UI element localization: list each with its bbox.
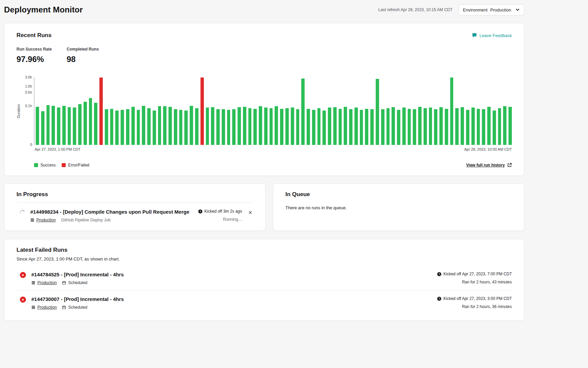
chart-bar[interactable] [418,107,422,145]
environment-dropdown[interactable]: Environment Production [459,4,524,16]
chart-bar[interactable] [232,109,236,145]
chart-bar[interactable] [121,110,124,145]
chart-bar[interactable] [36,107,39,145]
chart-bar[interactable] [248,108,252,145]
chart-bar[interactable] [264,108,268,145]
chart-bar[interactable] [482,109,485,145]
chart-bar[interactable] [285,108,289,145]
chart-bar[interactable] [322,111,326,145]
chart-bar[interactable] [259,106,262,145]
chart-bar[interactable] [349,109,352,145]
chart-bar[interactable] [461,107,464,145]
chart-bar[interactable] [99,78,103,145]
chart-bar[interactable] [275,106,278,145]
chart-bar[interactable] [381,109,384,145]
chart-bar[interactable] [434,109,437,145]
chart-bar[interactable] [115,111,119,145]
chart-bar[interactable] [195,108,198,145]
chart-bar[interactable] [301,79,305,145]
chart-bar[interactable] [508,107,512,145]
chart-bar[interactable] [47,105,50,145]
chart-bar[interactable] [408,109,411,145]
chart-bar[interactable] [370,109,374,145]
chart-bar[interactable] [445,109,448,145]
chart-bar[interactable] [222,109,225,145]
production-link[interactable]: Production [37,280,57,285]
chart-bar[interactable] [78,104,82,145]
chart-bar[interactable] [142,106,145,145]
chart-bar[interactable] [397,110,400,145]
chart-bar[interactable] [238,107,241,145]
chart-bar[interactable] [57,108,60,145]
chart-bar[interactable] [392,107,395,145]
chart-bar[interactable] [131,107,135,145]
chart-bar[interactable] [455,108,459,145]
cancel-run-button[interactable]: ✕ [247,209,253,216]
chart-bar[interactable] [52,106,55,145]
chart-bar[interactable] [147,108,151,145]
chart-bar[interactable] [137,110,140,145]
chart-bar[interactable] [402,108,406,145]
external-link-icon [507,163,512,167]
chart-bar[interactable] [41,111,44,145]
chart-bar[interactable] [253,109,257,145]
chart-bar[interactable] [317,108,321,145]
chart-bar[interactable] [158,106,161,145]
chart-bar[interactable] [439,107,443,145]
chart-bar[interactable] [328,108,331,145]
chart-bar[interactable] [280,109,283,145]
chart-bar[interactable] [354,108,358,145]
chart-bar[interactable] [291,108,294,145]
chart-bar[interactable] [365,109,368,145]
chart-bar[interactable] [333,107,337,145]
chart-bar[interactable] [211,107,214,145]
chart-bar[interactable] [190,106,193,145]
chart-bar[interactable] [376,79,379,145]
chart-bar[interactable] [163,106,166,145]
chart-bar[interactable] [200,78,204,145]
chart-bar[interactable] [168,107,172,145]
chart-bar[interactable] [174,109,177,145]
chart-bar[interactable] [307,109,310,145]
leave-feedback-button[interactable]: Leave Feedback [472,33,512,38]
chart-bar[interactable] [126,109,129,145]
chart-bar[interactable] [62,106,66,145]
chart-bar[interactable] [339,109,342,145]
chart-bar[interactable] [179,110,183,145]
legend-label: Success [40,163,56,167]
chart-bar[interactable] [153,111,156,145]
chart-bar[interactable] [270,108,273,145]
chart-bar[interactable] [424,108,427,145]
chart-bar[interactable] [89,98,92,145]
chart-bar[interactable] [105,109,108,145]
chart-bar[interactable] [184,111,188,145]
chart-bar[interactable] [477,109,480,145]
chart-bar[interactable] [413,109,416,145]
chart-bar[interactable] [206,108,209,145]
chart-bar[interactable] [243,107,246,145]
chart-bar[interactable] [227,110,230,145]
chart-bar[interactable] [94,103,97,145]
chart-bar[interactable] [498,108,501,145]
chart-bar[interactable] [386,108,390,145]
chart-bar[interactable] [216,109,220,145]
chart-bar[interactable] [73,108,76,145]
production-link[interactable]: Production [37,305,57,310]
view-history-link[interactable]: View full run history [466,163,512,167]
chart-bar[interactable] [344,107,347,145]
chart-bar[interactable] [493,111,496,145]
chart-bar[interactable] [450,78,454,145]
chart-bar[interactable] [68,107,71,145]
chart-bar[interactable] [296,109,300,145]
chart-bar[interactable] [466,110,469,145]
chart-bar[interactable] [312,110,315,145]
chart-bar[interactable] [360,110,363,145]
legend-item-error: Error/Failed [62,163,89,167]
production-link[interactable]: Production [36,218,56,222]
chart-bar[interactable] [110,109,114,145]
chart-bar[interactable] [487,107,491,145]
chart-bar[interactable] [503,106,506,145]
chart-bar[interactable] [429,108,432,145]
chart-bar[interactable] [84,102,87,145]
chart-bar[interactable] [471,108,475,145]
